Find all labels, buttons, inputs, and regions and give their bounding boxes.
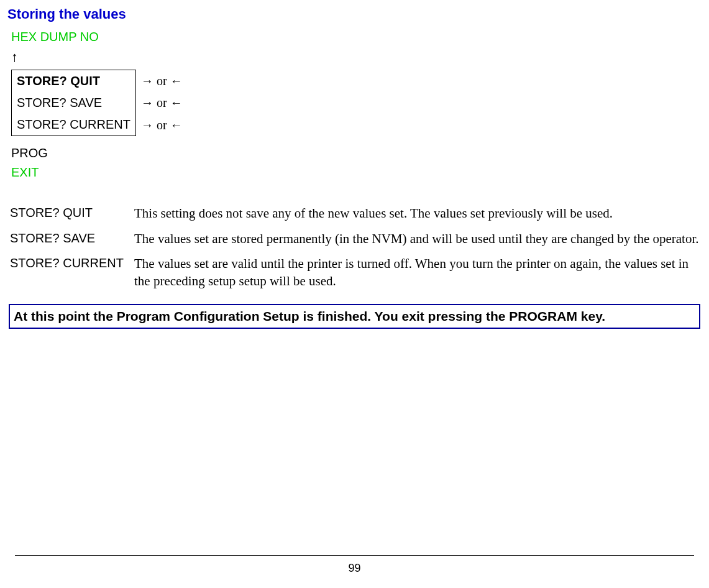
desc-current-label: STORE? CURRENT <box>7 251 132 294</box>
menu-exit: EXIT <box>11 164 702 181</box>
desc-quit-text: This setting does not save any of the ne… <box>132 201 702 226</box>
arrow-hint-3: → or ← <box>136 114 188 136</box>
desc-current-text: The values set are valid until the print… <box>132 251 702 294</box>
menu-prog: PROG <box>11 140 702 162</box>
desc-save-text: The values set are stored permanently (i… <box>132 226 702 251</box>
menu-top-green: HEX DUMP NO <box>11 29 702 45</box>
menu-row-save: STORE? SAVE <box>12 92 136 114</box>
section-heading: Storing the values <box>7 5 702 24</box>
footer-divider <box>15 555 694 556</box>
menu-row-current: STORE? CURRENT <box>12 114 136 136</box>
arrow-hint-1: → or ← <box>136 70 188 93</box>
menu-option-table: STORE? QUIT → or ← STORE? SAVE → or ← ST… <box>11 70 188 136</box>
desc-save-label: STORE? SAVE <box>7 226 132 251</box>
completion-note: At this point the Program Configuration … <box>9 304 700 329</box>
arrow-hint-2: → or ← <box>136 92 188 114</box>
desc-quit-label: STORE? QUIT <box>7 201 132 226</box>
page-footer: 99 <box>15 555 694 576</box>
menu-row-quit: STORE? QUIT <box>12 70 136 93</box>
page-number: 99 <box>15 561 694 576</box>
description-table: STORE? QUIT This setting does not save a… <box>7 201 702 293</box>
up-arrow-icon: ↑ <box>11 48 702 67</box>
